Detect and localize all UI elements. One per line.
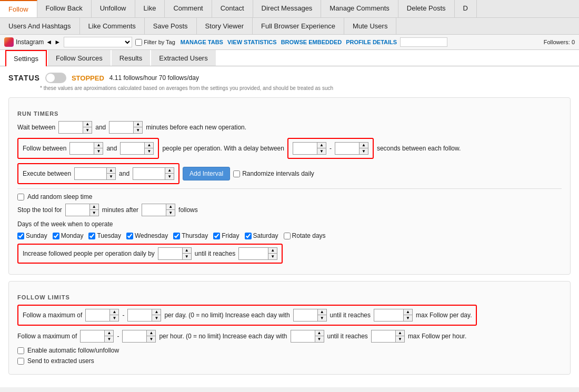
execute-to-down[interactable]: ▼ <box>165 174 174 179</box>
follow-hour-inc-spinner[interactable]: 0 ▲ ▼ <box>291 330 324 343</box>
tab-unfollow[interactable]: Unfollow <box>92 0 135 17</box>
follow-hour-until-up[interactable]: ▲ <box>396 330 404 336</box>
profile-input[interactable] <box>400 37 447 47</box>
follow-day-inc-up[interactable]: ▲ <box>318 309 326 315</box>
subtab-extracted-users[interactable]: Extracted Users <box>151 50 215 66</box>
follow-max-spinner[interactable]: 8 ▲ ▼ <box>120 142 154 155</box>
delay-min-up[interactable]: ▲ <box>317 143 326 148</box>
tab-comment[interactable]: Comment <box>165 0 212 17</box>
day-thursday-checkbox[interactable] <box>173 233 180 239</box>
stop-follows-input[interactable]: 0 <box>142 204 166 216</box>
status-toggle[interactable] <box>45 73 66 83</box>
wait-min-down[interactable]: ▼ <box>83 127 92 133</box>
wait-max-spinner[interactable]: 90 ▲ ▼ <box>109 121 143 134</box>
follow-day-max-down[interactable]: ▼ <box>152 315 161 321</box>
follow-hour-min-up[interactable]: ▲ <box>105 330 113 336</box>
execute-to-up[interactable]: ▲ <box>165 168 174 174</box>
stop-follows-down[interactable]: ▼ <box>166 210 175 216</box>
follow-day-min-down[interactable]: ▼ <box>110 315 118 321</box>
follow-day-until-down[interactable]: ▼ <box>404 315 412 321</box>
follow-day-min-spinner[interactable]: 200 ▲ ▼ <box>85 309 119 321</box>
tab-users-hashtags[interactable]: Users And Hashtags <box>0 18 80 34</box>
delay-max-up[interactable]: ▲ <box>360 143 368 148</box>
execute-from-down[interactable]: ▼ <box>107 174 115 179</box>
follow-day-until-spinner[interactable]: 800 ▲ ▼ <box>374 309 413 321</box>
increase-max-up[interactable]: ▲ <box>268 248 277 254</box>
stop-minutes-spinner[interactable]: 0 ▲ ▼ <box>65 204 99 216</box>
sleep-checkbox[interactable] <box>17 194 24 200</box>
wait-min-input[interactable]: 45 <box>59 122 83 133</box>
follow-hour-max-up[interactable]: ▲ <box>147 330 155 336</box>
follow-hour-until-down[interactable]: ▼ <box>396 336 404 342</box>
follow-day-min-up[interactable]: ▲ <box>110 309 118 315</box>
tab-follow-back[interactable]: Follow Back <box>37 0 92 17</box>
day-saturday-checkbox[interactable] <box>245 233 252 239</box>
day-friday-checkbox[interactable] <box>213 233 220 239</box>
stop-minutes-up[interactable]: ▲ <box>90 204 98 210</box>
delay-min-input[interactable]: 25 <box>293 143 317 154</box>
tab-manage-comments[interactable]: Manage Comments <box>321 0 398 17</box>
add-interval-button[interactable]: Add Interval <box>183 167 230 180</box>
execute-from-input[interactable]: 6:00 AM <box>75 168 106 179</box>
randomize-checkbox[interactable] <box>233 170 240 177</box>
follow-day-inc-input[interactable]: 10 <box>294 309 317 321</box>
increase-val-up[interactable]: ▲ <box>183 248 191 254</box>
day-rotate-checkbox[interactable] <box>284 233 291 239</box>
follow-hour-max-spinner[interactable]: 0 ▲ ▼ <box>122 330 156 343</box>
tab-direct-messages[interactable]: Direct Messages <box>253 0 322 17</box>
follow-hour-inc-down[interactable]: ▼ <box>315 336 324 342</box>
wait-max-down[interactable]: ▼ <box>134 127 142 133</box>
subtab-settings[interactable]: Settings <box>5 50 47 66</box>
execute-to-spinner[interactable]: 11:00 PM ▲ ▼ <box>133 167 174 180</box>
tab-full-browser[interactable]: Full Browser Experience <box>253 18 344 34</box>
follow-min-spinner[interactable]: 2 ▲ ▼ <box>69 142 103 155</box>
follow-hour-max-input[interactable]: 0 <box>123 330 146 342</box>
browse-embedded-link[interactable]: BROWSE EMBEDDED <box>281 39 342 45</box>
delay-max-input[interactable]: 35 <box>335 143 359 154</box>
increase-val-spinner[interactable]: 10 ▲ ▼ <box>158 247 192 260</box>
delay-min-spinner[interactable]: 25 ▲ ▼ <box>293 142 326 155</box>
delay-max-down[interactable]: ▼ <box>360 148 368 154</box>
tab-like[interactable]: Like <box>135 0 165 17</box>
filter-by-tag-checkbox[interactable] <box>135 39 142 46</box>
next-account-button[interactable]: ► <box>54 38 61 46</box>
subtab-follow-sources[interactable]: Follow Sources <box>48 50 111 66</box>
day-monday-checkbox[interactable] <box>53 233 59 239</box>
increase-val-input[interactable]: 10 <box>158 248 182 259</box>
stop-follows-up[interactable]: ▲ <box>166 204 175 210</box>
delay-max-spinner[interactable]: 35 ▲ ▼ <box>335 142 368 155</box>
execute-from-up[interactable]: ▲ <box>107 168 115 174</box>
follow-hour-max-down[interactable]: ▼ <box>147 336 155 342</box>
send-extracted-checkbox[interactable] <box>17 358 24 365</box>
execute-to-input[interactable]: 11:00 PM <box>133 168 165 179</box>
follow-hour-min-down[interactable]: ▼ <box>105 336 113 342</box>
tab-contact[interactable]: Contact <box>212 0 253 17</box>
wait-min-up[interactable]: ▲ <box>83 122 92 127</box>
filter-by-tag-label[interactable]: Filter by Tag <box>135 39 175 46</box>
follow-day-inc-down[interactable]: ▼ <box>318 315 326 321</box>
wait-min-spinner[interactable]: 45 ▲ ▼ <box>58 121 92 134</box>
stop-minutes-down[interactable]: ▼ <box>90 210 98 216</box>
delay-min-down[interactable]: ▼ <box>317 148 326 154</box>
follow-min-down[interactable]: ▼ <box>94 148 103 154</box>
wait-max-input[interactable]: 90 <box>109 122 133 133</box>
manage-tabs-link[interactable]: MANAGE TABS <box>181 39 223 45</box>
follow-min-input[interactable]: 2 <box>70 143 94 154</box>
follow-day-max-input[interactable]: 350 <box>128 309 152 321</box>
follow-day-min-input[interactable]: 200 <box>86 309 109 321</box>
enable-auto-checkbox[interactable] <box>17 347 24 354</box>
tab-delete-posts[interactable]: Delete Posts <box>398 0 455 17</box>
follow-day-until-input[interactable]: 800 <box>374 309 403 321</box>
execute-from-spinner[interactable]: 6:00 AM ▲ ▼ <box>74 167 116 180</box>
stop-follows-spinner[interactable]: 0 ▲ ▼ <box>142 204 175 216</box>
day-wednesday-checkbox[interactable] <box>126 233 133 239</box>
prev-account-button[interactable]: ◄ <box>46 38 52 46</box>
day-tuesday-checkbox[interactable] <box>88 233 95 239</box>
follow-min-up[interactable]: ▲ <box>94 143 103 148</box>
tab-save-posts[interactable]: Save Posts <box>145 18 197 34</box>
view-statistics-link[interactable]: VIEW STATISTICS <box>227 39 277 45</box>
randomize-label[interactable]: Randomize intervals daily <box>233 170 314 177</box>
profile-details-link[interactable]: PROFILE DETAILS <box>346 39 397 45</box>
tab-follow[interactable]: Follow <box>0 0 37 17</box>
follow-max-input[interactable]: 8 <box>121 143 144 154</box>
